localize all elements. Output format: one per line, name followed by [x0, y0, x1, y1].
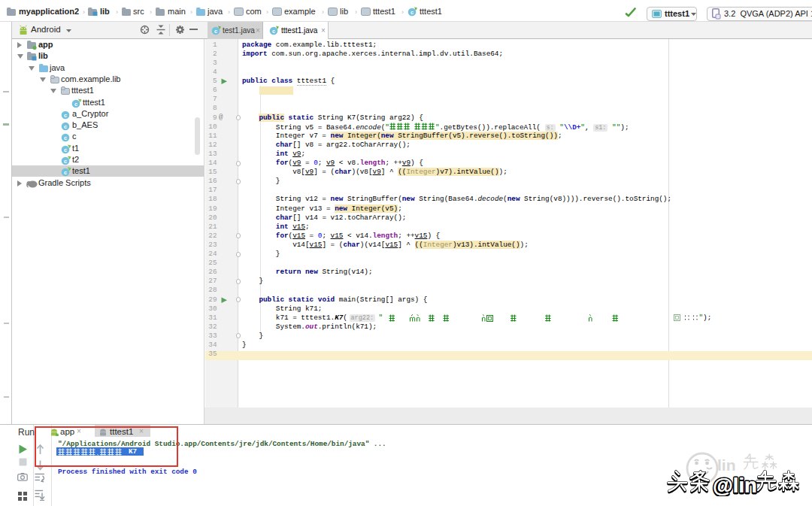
svg-text:@lin: @lin: [713, 474, 757, 497]
